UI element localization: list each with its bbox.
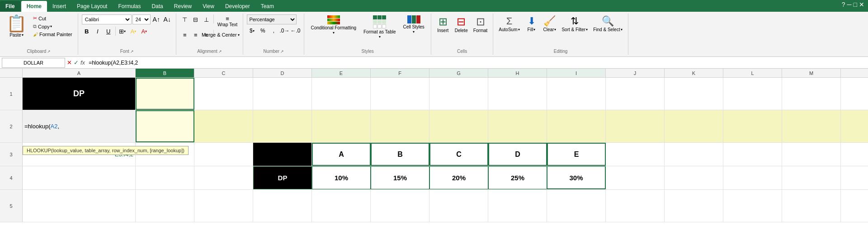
cell-i4[interactable]: 30% xyxy=(547,166,606,189)
cell-e4[interactable]: 10% xyxy=(312,166,371,189)
row-header-4[interactable]: 4 xyxy=(0,166,23,189)
cell-d2[interactable] xyxy=(253,110,312,142)
wrap-text-button[interactable]: ≡ Wrap Text xyxy=(216,14,240,28)
cell-m2[interactable] xyxy=(782,110,841,142)
row-header-5[interactable]: 5 xyxy=(0,190,23,222)
find-select-button[interactable]: 🔍 Find & Select ▾ xyxy=(591,14,624,33)
cell-e2[interactable] xyxy=(312,110,371,142)
cell-f1[interactable] xyxy=(371,78,429,110)
cell-h4[interactable]: 25% xyxy=(488,166,547,189)
cell-l4[interactable] xyxy=(723,166,782,189)
name-box[interactable] xyxy=(2,58,65,68)
cell-c3[interactable] xyxy=(194,143,253,166)
help-icon[interactable]: ? xyxy=(842,1,845,8)
tab-team[interactable]: Team xyxy=(255,1,279,12)
col-header-g[interactable]: G xyxy=(429,69,488,77)
row-header-3[interactable]: 3 xyxy=(0,143,23,166)
cell-d4[interactable]: DP xyxy=(253,166,312,189)
cell-f2[interactable] xyxy=(371,110,429,142)
cell-a5[interactable] xyxy=(23,190,136,222)
col-header-k[interactable]: K xyxy=(665,69,723,77)
cell-e5[interactable] xyxy=(312,190,371,222)
insert-button[interactable]: ⊞ Insert xyxy=(435,14,451,34)
cell-l3[interactable] xyxy=(723,143,782,166)
cell-a1[interactable]: DP xyxy=(23,78,136,110)
font-color-button[interactable]: A▾ xyxy=(139,26,149,36)
clear-button[interactable]: 🧹 Clear ▾ xyxy=(542,14,558,33)
cell-h5[interactable] xyxy=(488,190,547,222)
cell-l2[interactable] xyxy=(723,110,782,142)
cell-i2[interactable] xyxy=(547,110,606,142)
cell-m1[interactable] xyxy=(782,78,841,110)
cell-a4[interactable] xyxy=(23,166,136,189)
format-button[interactable]: ⊡ Format xyxy=(472,14,490,34)
cell-b4[interactable] xyxy=(136,166,194,189)
italic-button[interactable]: I xyxy=(93,26,103,36)
tab-file[interactable]: File xyxy=(0,1,20,12)
bold-button[interactable]: B xyxy=(82,26,92,36)
bottom-align-button[interactable]: ⊥ xyxy=(202,14,212,24)
cell-j5[interactable] xyxy=(606,190,665,222)
tab-data[interactable]: Data xyxy=(146,1,168,12)
cell-k5[interactable] xyxy=(665,190,723,222)
cell-f4[interactable]: 15% xyxy=(371,166,429,189)
confirm-icon[interactable]: ✓ xyxy=(74,59,79,66)
tab-review[interactable]: Review xyxy=(169,1,197,12)
underline-button[interactable]: U xyxy=(104,26,113,36)
cell-a2[interactable]: =hlookup(A2, HLOOKUP(lookup_value, table… xyxy=(23,110,136,142)
cell-j3[interactable] xyxy=(606,143,665,166)
tab-insert[interactable]: Insert xyxy=(47,1,71,12)
cell-styles-button[interactable]: Cell Styles ▾ xyxy=(401,14,427,35)
cell-e3[interactable]: A xyxy=(312,143,371,166)
cell-j2[interactable] xyxy=(606,110,665,142)
cell-g4[interactable]: 20% xyxy=(429,166,488,189)
middle-align-button[interactable]: ⊟ xyxy=(191,14,201,24)
cell-d5[interactable] xyxy=(253,190,312,222)
cell-h3[interactable]: D xyxy=(488,143,547,166)
formula-input[interactable] xyxy=(87,58,866,68)
border-button[interactable]: ⊞▾ xyxy=(118,26,127,36)
autosum-button[interactable]: Σ AutoSum ▾ xyxy=(497,14,521,33)
font-name-select[interactable]: Calibri xyxy=(82,14,132,24)
cell-g1[interactable] xyxy=(429,78,488,110)
currency-button[interactable]: $▾ xyxy=(247,26,257,36)
cell-m5[interactable] xyxy=(782,190,841,222)
cell-d1[interactable] xyxy=(253,78,312,110)
top-align-button[interactable]: ⊤ xyxy=(180,14,190,24)
sort-filter-button[interactable]: ⇅ Sort & Filter ▾ xyxy=(560,14,590,33)
copy-button[interactable]: ⧉ Copy ▾ xyxy=(31,23,74,30)
tab-home[interactable]: Home xyxy=(21,1,47,12)
cell-g2[interactable] xyxy=(429,110,488,142)
cell-d3[interactable] xyxy=(253,143,312,166)
format-as-table-button[interactable]: Format as Table ▾ xyxy=(361,14,399,40)
cell-c1[interactable] xyxy=(194,78,253,110)
font-shrink-button[interactable]: A↓ xyxy=(162,14,172,24)
insert-function-icon[interactable]: fx xyxy=(80,59,85,66)
cell-k3[interactable] xyxy=(665,143,723,166)
minimize-icon[interactable]: ─ xyxy=(847,1,852,8)
cancel-icon[interactable]: ✕ xyxy=(67,59,72,66)
col-header-a[interactable]: A xyxy=(23,69,136,77)
paste-button[interactable]: 📋 Paste ▾ xyxy=(4,14,29,38)
cell-m3[interactable] xyxy=(782,143,841,166)
cell-c5[interactable] xyxy=(194,190,253,222)
fill-color-button[interactable]: A▾ xyxy=(128,26,138,36)
cell-b1[interactable] xyxy=(136,78,194,110)
restore-icon[interactable]: □ xyxy=(854,1,857,8)
cut-button[interactable]: ✂ Cut xyxy=(31,14,74,22)
col-header-m[interactable]: M xyxy=(782,69,841,77)
cell-b5[interactable] xyxy=(136,190,194,222)
comma-button[interactable]: , xyxy=(269,26,278,36)
col-header-e[interactable]: E xyxy=(312,69,371,77)
cell-k2[interactable] xyxy=(665,110,723,142)
cell-g5[interactable] xyxy=(429,190,488,222)
tab-developer[interactable]: Developer xyxy=(220,1,255,12)
fill-button[interactable]: ⬇ Fill ▾ xyxy=(524,14,540,33)
cell-g3[interactable]: C xyxy=(429,143,488,166)
col-header-j[interactable]: J xyxy=(606,69,665,77)
increase-decimal-button[interactable]: .0→ xyxy=(279,26,289,36)
cell-c4[interactable] xyxy=(194,166,253,189)
cell-m4[interactable] xyxy=(782,166,841,189)
percent-button[interactable]: % xyxy=(258,26,268,36)
cell-h1[interactable] xyxy=(488,78,547,110)
